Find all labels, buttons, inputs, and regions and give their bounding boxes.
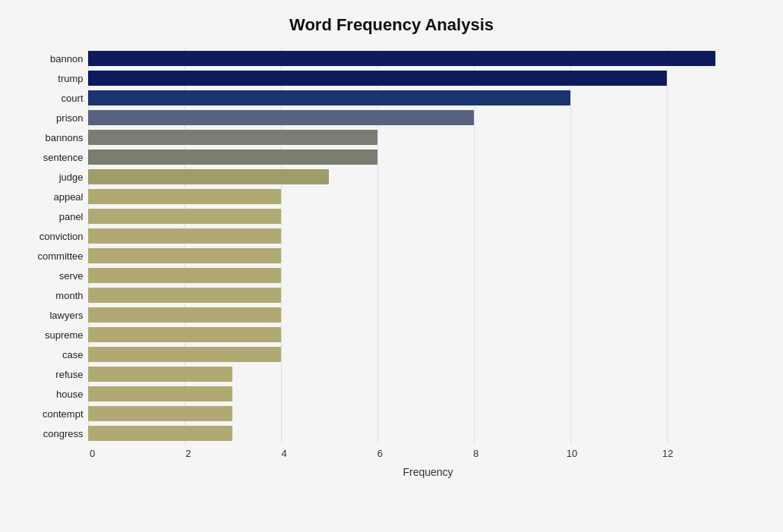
bar-row xyxy=(88,109,764,126)
bar xyxy=(88,367,233,382)
bar-row xyxy=(88,149,764,165)
bar-row xyxy=(88,307,764,323)
x-tick: 6 xyxy=(374,448,386,459)
bar-row xyxy=(88,425,764,442)
chart-area: bannontrumpcourtprisonbannonssentencejud… xyxy=(20,49,764,443)
y-label: contempt xyxy=(43,404,83,423)
y-label: conviction xyxy=(39,226,84,246)
chart-title: Word Frequency Analysis xyxy=(289,15,494,35)
x-tick: 2 xyxy=(182,448,194,459)
bar xyxy=(88,209,281,224)
y-label: committee xyxy=(38,246,84,266)
bar-row xyxy=(88,188,764,205)
bar-row xyxy=(88,386,764,402)
x-tick: 12 xyxy=(661,448,674,459)
bar-row xyxy=(88,267,764,284)
x-axis-label: Frequency xyxy=(93,466,764,478)
bar xyxy=(88,327,281,342)
bar xyxy=(88,150,377,165)
y-label: prison xyxy=(56,108,83,127)
y-label: house xyxy=(56,384,83,404)
bars-column xyxy=(88,49,764,443)
bars-and-grid xyxy=(88,49,764,443)
y-label: supreme xyxy=(45,325,84,345)
bar xyxy=(88,110,475,125)
bar xyxy=(88,426,233,441)
y-label: congress xyxy=(43,423,84,443)
bar xyxy=(88,71,668,86)
x-tick: 0 xyxy=(87,448,99,459)
y-label: judge xyxy=(59,167,84,187)
y-label: trump xyxy=(58,68,83,88)
y-label: month xyxy=(55,285,83,305)
bar-row xyxy=(88,405,764,422)
x-axis: 024681012 xyxy=(93,448,764,463)
x-tick: 10 xyxy=(566,448,578,459)
bar-row xyxy=(88,208,764,225)
bar-row xyxy=(88,366,764,382)
y-label: sentence xyxy=(43,147,84,167)
y-label: bannon xyxy=(50,49,83,68)
y-label: refuse xyxy=(55,364,83,384)
bar xyxy=(88,307,281,323)
y-label: case xyxy=(62,345,83,364)
y-label: bannons xyxy=(46,127,84,147)
bar xyxy=(88,228,281,244)
y-label: appeal xyxy=(53,187,83,206)
chart-container: bannontrumpcourtprisonbannonssentencejud… xyxy=(20,49,764,478)
y-label: panel xyxy=(59,206,84,226)
bar-row xyxy=(88,326,764,343)
bar-row xyxy=(88,168,764,185)
x-tick: 4 xyxy=(278,448,290,459)
bar xyxy=(88,268,281,283)
bar-row xyxy=(88,50,764,67)
bar-row xyxy=(88,129,764,146)
bar xyxy=(88,248,281,263)
y-label: lawyers xyxy=(49,305,83,325)
bar-row xyxy=(88,346,764,363)
bar-row xyxy=(88,247,764,264)
bar-row xyxy=(88,228,764,244)
y-label: court xyxy=(62,88,84,108)
bar xyxy=(88,169,330,184)
bar xyxy=(88,189,281,204)
bar-row xyxy=(88,90,764,106)
bar xyxy=(88,90,571,105)
bar xyxy=(88,347,281,362)
bar xyxy=(88,406,233,421)
bar xyxy=(88,51,715,66)
bar xyxy=(88,288,281,303)
x-tick: 8 xyxy=(470,448,482,459)
y-labels: bannontrumpcourtprisonbannonssentencejud… xyxy=(20,49,88,443)
bar-row xyxy=(88,287,764,304)
bar xyxy=(88,130,377,145)
bar-row xyxy=(88,70,764,87)
bar xyxy=(88,386,233,401)
y-label: serve xyxy=(59,266,84,285)
